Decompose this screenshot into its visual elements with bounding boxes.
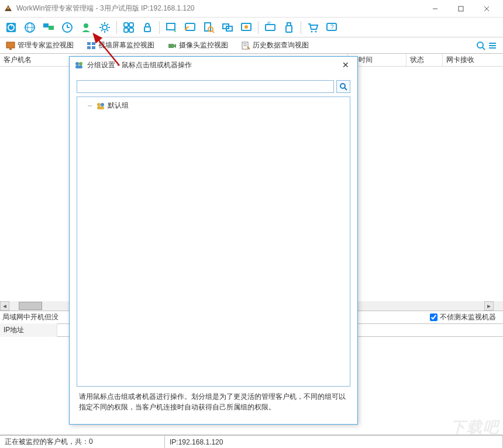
tab-label: 视墙屏幕监控视图 bbox=[98, 40, 154, 50]
svg-point-15 bbox=[84, 23, 88, 28]
dialog-hint: 请用鼠标点击组或者机器进行操作。划分组是为了更灵活的管理客户机，不同的组可以指定… bbox=[77, 387, 350, 417]
tree-node-default-group[interactable]: ┄ 默认组 bbox=[81, 101, 346, 111]
svg-rect-25 bbox=[124, 23, 128, 27]
detect-checkbox-label: 不侦测未监视机器 bbox=[440, 312, 496, 322]
help-icon[interactable]: ? bbox=[323, 19, 340, 36]
svg-rect-29 bbox=[144, 27, 150, 32]
svg-point-0 bbox=[7, 7, 9, 9]
camera-icon bbox=[167, 41, 177, 50]
svg-line-21 bbox=[101, 24, 102, 25]
monitor-icon bbox=[6, 41, 15, 50]
cart-icon[interactable] bbox=[304, 19, 322, 36]
clock-icon[interactable] bbox=[58, 19, 76, 36]
history-icon bbox=[241, 41, 250, 50]
search-icon[interactable] bbox=[476, 41, 485, 50]
app-icon bbox=[4, 4, 13, 13]
svg-rect-42 bbox=[286, 26, 292, 32]
group-search-input[interactable] bbox=[77, 80, 334, 93]
dialog-close-button[interactable]: ✕ bbox=[339, 59, 353, 71]
svg-line-24 bbox=[101, 30, 102, 31]
dialog-title: 分组设置 - 鼠标点击组或机器操作 bbox=[87, 60, 339, 70]
title-bar: WorkWin管理专家管理端 - 3用户试用版 IP:192.168.1.120 bbox=[0, 0, 503, 18]
toolbar-separator bbox=[116, 21, 117, 34]
maximize-button[interactable] bbox=[448, 0, 474, 18]
status-bar: 正在被监控的客户机，共：0 IP:192.168.1.120 bbox=[0, 435, 503, 448]
globe-icon[interactable] bbox=[21, 19, 39, 36]
scroll-left-arrow[interactable]: ◂ bbox=[0, 301, 9, 311]
lock-icon[interactable] bbox=[139, 19, 156, 36]
minimize-button[interactable] bbox=[422, 0, 448, 18]
windows-icon[interactable] bbox=[219, 19, 236, 36]
list-icon[interactable] bbox=[488, 41, 497, 50]
svg-rect-48 bbox=[9, 49, 12, 50]
svg-text:IP: IP bbox=[267, 21, 271, 25]
svg-rect-50 bbox=[92, 42, 95, 45]
toolbar-separator bbox=[258, 21, 259, 34]
svg-point-63 bbox=[79, 62, 82, 66]
svg-rect-27 bbox=[124, 28, 128, 32]
screens-icon[interactable] bbox=[40, 19, 57, 36]
scroll-right-arrow[interactable]: ▸ bbox=[484, 301, 494, 311]
ip-monitor-icon[interactable]: IP bbox=[261, 19, 279, 36]
tab-history-view[interactable]: 历史数据查询视图 bbox=[237, 38, 312, 53]
svg-rect-2 bbox=[459, 6, 463, 11]
svg-rect-47 bbox=[6, 42, 15, 48]
svg-rect-28 bbox=[129, 28, 133, 32]
svg-line-23 bbox=[107, 24, 108, 25]
group-icon bbox=[74, 60, 84, 70]
svg-point-38 bbox=[244, 25, 248, 29]
svg-line-58 bbox=[483, 47, 485, 50]
tree-node-label: 默认组 bbox=[108, 101, 129, 111]
dialog-titlebar[interactable]: 分组设置 - 鼠标点击组或机器操作 ✕ bbox=[70, 57, 357, 73]
svg-line-34 bbox=[212, 31, 214, 33]
window-play-icon[interactable] bbox=[163, 19, 180, 36]
svg-point-67 bbox=[97, 103, 101, 106]
svg-rect-10 bbox=[43, 23, 49, 27]
svg-line-22 bbox=[107, 30, 108, 31]
svg-rect-26 bbox=[129, 23, 133, 27]
svg-point-62 bbox=[75, 62, 79, 66]
tab-camera-view[interactable]: 摄像头监控视图 bbox=[164, 38, 232, 53]
view-tabs: 管理专家监控视图 视墙屏幕监控视图 摄像头监控视图 历史数据查询视图 bbox=[0, 37, 503, 54]
wall-icon bbox=[87, 41, 96, 50]
col-nic-recv[interactable]: 网卡接收 bbox=[443, 54, 503, 66]
search-doc-icon[interactable] bbox=[200, 19, 218, 36]
detect-checkbox[interactable]: 不侦测未监视机器 bbox=[430, 312, 501, 322]
col-ip[interactable]: IP地址 bbox=[0, 323, 57, 337]
group-settings-dialog: 分组设置 - 鼠标点击组或机器操作 ✕ ┄ 默认组 请用鼠标点击组或者机器进行操… bbox=[69, 56, 358, 425]
refresh-icon[interactable] bbox=[2, 19, 20, 36]
svg-rect-49 bbox=[87, 42, 91, 45]
detect-checkbox-input[interactable] bbox=[430, 313, 437, 321]
toolbar-separator bbox=[159, 21, 160, 34]
svg-point-44 bbox=[315, 30, 317, 32]
svg-rect-69 bbox=[97, 106, 104, 109]
svg-point-65 bbox=[340, 84, 345, 88]
scroll-thumb[interactable] bbox=[19, 302, 42, 310]
svg-point-16 bbox=[102, 25, 107, 30]
svg-rect-30 bbox=[167, 23, 175, 30]
tab-wall-view[interactable]: 视墙屏幕监控视图 bbox=[83, 38, 158, 53]
grid-icon[interactable] bbox=[120, 19, 137, 36]
usb-icon[interactable] bbox=[280, 19, 298, 36]
window-title: WorkWin管理专家管理端 - 3用户试用版 IP:192.168.1.120 bbox=[16, 4, 422, 13]
svg-rect-39 bbox=[266, 25, 275, 30]
group-search-button[interactable] bbox=[336, 80, 350, 93]
tab-label: 摄像头监控视图 bbox=[179, 40, 228, 50]
svg-rect-51 bbox=[87, 46, 91, 49]
svg-rect-53 bbox=[168, 44, 174, 48]
status-monitored: 正在被监控的客户机，共：0 bbox=[0, 436, 165, 448]
scroll-corner bbox=[494, 301, 503, 311]
group-tree[interactable]: ┄ 默认组 bbox=[77, 97, 350, 387]
screen-chart-icon[interactable] bbox=[237, 19, 255, 36]
svg-line-66 bbox=[344, 88, 347, 90]
toolbar-separator bbox=[301, 21, 301, 34]
col-status[interactable]: 状态 bbox=[406, 54, 443, 66]
svg-point-57 bbox=[477, 42, 483, 48]
gear-icon[interactable] bbox=[96, 19, 113, 36]
close-button[interactable] bbox=[474, 0, 499, 18]
cast-icon[interactable] bbox=[181, 19, 199, 36]
tab-monitor-view[interactable]: 管理专家监控视图 bbox=[2, 38, 77, 53]
tree-connector: ┄ bbox=[88, 102, 92, 110]
group-node-icon bbox=[96, 102, 105, 110]
user-icon[interactable] bbox=[77, 19, 95, 36]
